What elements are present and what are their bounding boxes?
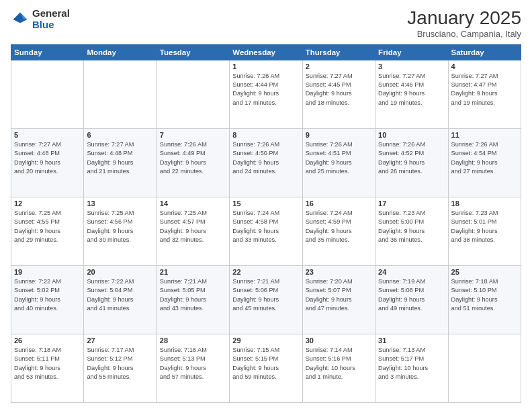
day-info: Sunrise: 7:16 AM Sunset: 5:13 PM Dayligh… xyxy=(160,346,226,381)
day-info: Sunrise: 7:18 AM Sunset: 5:10 PM Dayligh… xyxy=(451,277,518,313)
day-info: Sunrise: 7:24 AM Sunset: 4:58 PM Dayligh… xyxy=(232,209,299,244)
day-info: Sunrise: 7:21 AM Sunset: 5:06 PM Dayligh… xyxy=(232,277,299,313)
col-thursday: Thursday xyxy=(302,44,375,60)
table-row: 17Sunrise: 7:23 AM Sunset: 5:00 PM Dayli… xyxy=(375,197,448,265)
logo: General Blue xyxy=(11,8,70,30)
table-row: 10Sunrise: 7:26 AM Sunset: 4:52 PM Dayli… xyxy=(375,128,448,197)
table-row xyxy=(84,60,157,128)
day-info: Sunrise: 7:24 AM Sunset: 4:59 PM Dayligh… xyxy=(306,209,372,244)
title-block: January 2025 Brusciano, Campania, Italy xyxy=(407,8,521,39)
day-number: 8 xyxy=(232,131,299,139)
day-number: 31 xyxy=(378,336,445,345)
day-number: 15 xyxy=(232,199,299,208)
day-number: 16 xyxy=(306,199,372,208)
col-monday: Monday xyxy=(84,44,157,60)
day-number: 14 xyxy=(160,199,226,208)
table-row: 9Sunrise: 7:26 AM Sunset: 4:51 PM Daylig… xyxy=(302,128,375,197)
day-number: 12 xyxy=(14,199,81,208)
table-row: 8Sunrise: 7:26 AM Sunset: 4:50 PM Daylig… xyxy=(230,128,302,197)
col-friday: Friday xyxy=(375,44,448,60)
table-row: 29Sunrise: 7:15 AM Sunset: 5:15 PM Dayli… xyxy=(230,334,302,402)
day-info: Sunrise: 7:26 AM Sunset: 4:52 PM Dayligh… xyxy=(378,140,445,176)
day-number: 1 xyxy=(232,62,299,71)
table-row: 25Sunrise: 7:18 AM Sunset: 5:10 PM Dayli… xyxy=(448,265,521,334)
table-row: 14Sunrise: 7:25 AM Sunset: 4:57 PM Dayli… xyxy=(157,197,229,265)
day-number: 6 xyxy=(87,131,153,139)
col-saturday: Saturday xyxy=(448,44,521,60)
table-row xyxy=(11,60,84,128)
table-row: 28Sunrise: 7:16 AM Sunset: 5:13 PM Dayli… xyxy=(157,334,229,402)
table-row: 16Sunrise: 7:24 AM Sunset: 4:59 PM Dayli… xyxy=(302,197,375,265)
day-number: 2 xyxy=(306,62,372,71)
table-row: 30Sunrise: 7:14 AM Sunset: 5:16 PM Dayli… xyxy=(302,334,375,402)
month-title: January 2025 xyxy=(407,8,521,29)
table-row: 6Sunrise: 7:27 AM Sunset: 4:48 PM Daylig… xyxy=(84,128,157,197)
page: General Blue January 2025 Brusciano, Cam… xyxy=(0,0,532,411)
table-row: 1Sunrise: 7:26 AM Sunset: 4:44 PM Daylig… xyxy=(230,60,302,128)
table-row: 23Sunrise: 7:20 AM Sunset: 5:07 PM Dayli… xyxy=(302,265,375,334)
day-info: Sunrise: 7:13 AM Sunset: 5:17 PM Dayligh… xyxy=(378,346,445,381)
logo-general: General xyxy=(32,8,70,19)
day-number: 22 xyxy=(232,268,299,276)
day-number: 21 xyxy=(160,268,226,276)
table-row: 12Sunrise: 7:25 AM Sunset: 4:55 PM Dayli… xyxy=(11,197,84,265)
table-row: 31Sunrise: 7:13 AM Sunset: 5:17 PM Dayli… xyxy=(375,334,448,402)
logo-icon xyxy=(11,10,30,29)
day-number: 9 xyxy=(306,131,372,139)
day-info: Sunrise: 7:27 AM Sunset: 4:46 PM Dayligh… xyxy=(378,72,445,107)
table-row: 11Sunrise: 7:26 AM Sunset: 4:54 PM Dayli… xyxy=(448,128,521,197)
calendar-header-row: Sunday Monday Tuesday Wednesday Thursday… xyxy=(11,44,521,60)
table-row: 18Sunrise: 7:23 AM Sunset: 5:01 PM Dayli… xyxy=(448,197,521,265)
header: General Blue January 2025 Brusciano, Cam… xyxy=(11,8,521,39)
day-number: 29 xyxy=(232,336,299,345)
day-number: 26 xyxy=(14,336,81,345)
day-info: Sunrise: 7:26 AM Sunset: 4:51 PM Dayligh… xyxy=(306,140,372,176)
day-info: Sunrise: 7:20 AM Sunset: 5:07 PM Dayligh… xyxy=(306,277,372,313)
calendar-week-row: 12Sunrise: 7:25 AM Sunset: 4:55 PM Dayli… xyxy=(11,197,521,265)
day-number: 5 xyxy=(14,131,81,139)
day-info: Sunrise: 7:26 AM Sunset: 4:49 PM Dayligh… xyxy=(160,140,226,176)
logo-blue: Blue xyxy=(32,19,70,31)
day-info: Sunrise: 7:21 AM Sunset: 5:05 PM Dayligh… xyxy=(160,277,226,313)
col-tuesday: Tuesday xyxy=(157,44,229,60)
day-number: 11 xyxy=(451,131,518,139)
day-info: Sunrise: 7:27 AM Sunset: 4:47 PM Dayligh… xyxy=(451,72,518,107)
calendar-table: Sunday Monday Tuesday Wednesday Thursday… xyxy=(11,44,521,403)
calendar-week-row: 1Sunrise: 7:26 AM Sunset: 4:44 PM Daylig… xyxy=(11,60,521,128)
day-number: 3 xyxy=(378,62,445,71)
day-number: 4 xyxy=(451,62,518,71)
table-row: 5Sunrise: 7:27 AM Sunset: 4:48 PM Daylig… xyxy=(11,128,84,197)
day-info: Sunrise: 7:27 AM Sunset: 4:48 PM Dayligh… xyxy=(14,140,81,176)
table-row: 2Sunrise: 7:27 AM Sunset: 4:45 PM Daylig… xyxy=(302,60,375,128)
table-row: 15Sunrise: 7:24 AM Sunset: 4:58 PM Dayli… xyxy=(230,197,302,265)
calendar-week-row: 26Sunrise: 7:18 AM Sunset: 5:11 PM Dayli… xyxy=(11,334,521,402)
day-info: Sunrise: 7:23 AM Sunset: 5:00 PM Dayligh… xyxy=(378,209,445,244)
day-info: Sunrise: 7:19 AM Sunset: 5:08 PM Dayligh… xyxy=(378,277,445,313)
table-row: 3Sunrise: 7:27 AM Sunset: 4:46 PM Daylig… xyxy=(375,60,448,128)
day-info: Sunrise: 7:26 AM Sunset: 4:50 PM Dayligh… xyxy=(232,140,299,176)
day-info: Sunrise: 7:14 AM Sunset: 5:16 PM Dayligh… xyxy=(306,346,372,381)
day-number: 28 xyxy=(160,336,226,345)
col-wednesday: Wednesday xyxy=(230,44,302,60)
day-info: Sunrise: 7:26 AM Sunset: 4:54 PM Dayligh… xyxy=(451,140,518,176)
day-info: Sunrise: 7:26 AM Sunset: 4:44 PM Dayligh… xyxy=(232,72,299,107)
table-row: 4Sunrise: 7:27 AM Sunset: 4:47 PM Daylig… xyxy=(448,60,521,128)
table-row: 19Sunrise: 7:22 AM Sunset: 5:02 PM Dayli… xyxy=(11,265,84,334)
day-number: 18 xyxy=(451,199,518,208)
day-info: Sunrise: 7:18 AM Sunset: 5:11 PM Dayligh… xyxy=(14,346,81,381)
day-number: 19 xyxy=(14,268,81,276)
day-info: Sunrise: 7:25 AM Sunset: 4:56 PM Dayligh… xyxy=(87,209,153,244)
day-info: Sunrise: 7:22 AM Sunset: 5:02 PM Dayligh… xyxy=(14,277,81,313)
day-number: 25 xyxy=(451,268,518,276)
day-info: Sunrise: 7:27 AM Sunset: 4:45 PM Dayligh… xyxy=(306,72,372,107)
table-row: 7Sunrise: 7:26 AM Sunset: 4:49 PM Daylig… xyxy=(157,128,229,197)
day-info: Sunrise: 7:23 AM Sunset: 5:01 PM Dayligh… xyxy=(451,209,518,244)
calendar-week-row: 5Sunrise: 7:27 AM Sunset: 4:48 PM Daylig… xyxy=(11,128,521,197)
table-row: 27Sunrise: 7:17 AM Sunset: 5:12 PM Dayli… xyxy=(84,334,157,402)
table-row: 21Sunrise: 7:21 AM Sunset: 5:05 PM Dayli… xyxy=(157,265,229,334)
day-info: Sunrise: 7:15 AM Sunset: 5:15 PM Dayligh… xyxy=(232,346,299,381)
table-row xyxy=(448,334,521,402)
table-row: 20Sunrise: 7:22 AM Sunset: 5:04 PM Dayli… xyxy=(84,265,157,334)
day-number: 27 xyxy=(87,336,153,345)
day-info: Sunrise: 7:27 AM Sunset: 4:48 PM Dayligh… xyxy=(87,140,153,176)
